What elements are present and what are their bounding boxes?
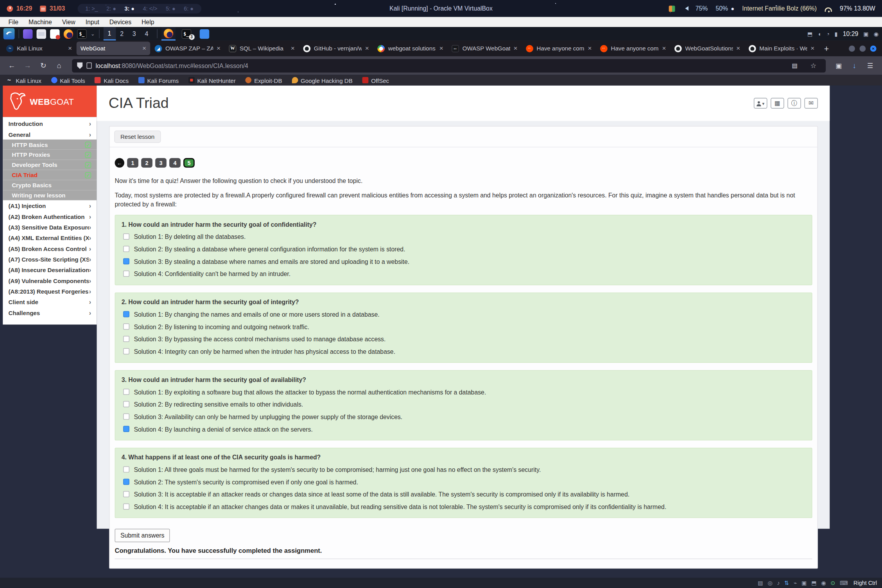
checkbox-unchecked[interactable] — [123, 234, 129, 240]
file-manager-icon[interactable] — [37, 29, 46, 38]
sidebar-item[interactable]: HTTP Proxies — [3, 150, 97, 160]
sidebar-item[interactable]: Crypto Basics — [3, 180, 97, 190]
sidebar-item[interactable]: (A1) Injection — [3, 200, 97, 211]
browser-tab[interactable]: Have anyone comple — [596, 41, 670, 55]
workspace-indicator[interactable]: 4: </> — [143, 5, 158, 12]
sidebar-item[interactable]: HTTP Basics — [3, 140, 97, 150]
sidebar-item[interactable]: (A2) Broken Authentication — [3, 211, 97, 222]
reader-view-icon[interactable] — [787, 59, 802, 72]
workspace-indicator[interactable]: 2: ● — [106, 5, 116, 12]
answer-option[interactable]: Solution 4: Confidentiality can't be har… — [123, 271, 805, 277]
answer-option[interactable]: Solution 1: By deleting all the database… — [123, 233, 805, 240]
browser-tab[interactable]: WebGoatSolutions/S — [670, 41, 744, 55]
mouse-icon[interactable]: ⊙ — [830, 580, 835, 586]
checkbox-checked[interactable] — [123, 311, 129, 317]
browser-tab[interactable]: webgoat solutions - — [373, 41, 447, 55]
tab-close-icon[interactable] — [514, 45, 518, 52]
sidebar-item[interactable]: Challenges — [3, 307, 97, 318]
page-button[interactable]: 3 — [155, 158, 167, 167]
vbox-menu-item[interactable]: File — [4, 18, 23, 25]
workspace-indicator[interactable]: 1: >_ — [85, 5, 98, 12]
reload-button[interactable] — [36, 59, 50, 72]
checkbox-unchecked[interactable] — [123, 491, 129, 498]
answer-option[interactable]: Solution 3: By bypassing the access cont… — [123, 336, 805, 342]
browser-tab[interactable]: Main Exploits · WebG — [745, 41, 818, 55]
browser-tab[interactable]: Kali Linux — [2, 41, 76, 55]
terminal-launcher-icon[interactable]: $_ — [77, 29, 86, 38]
extensions-icon[interactable] — [832, 59, 846, 72]
workspace-indicator[interactable]: 3: ● — [125, 5, 134, 12]
answer-option[interactable]: Solution 2: The system's security is com… — [123, 479, 805, 485]
tracking-protection-shield-icon[interactable] — [77, 62, 82, 69]
checkbox-unchecked[interactable] — [123, 414, 129, 420]
sidebar-item[interactable]: General — [3, 129, 97, 139]
sidebar-item[interactable]: (A8) Insecure Deserialization — [3, 264, 97, 275]
app-menu-icon[interactable] — [23, 29, 32, 38]
answer-option[interactable]: Solution 2: By stealing a database where… — [123, 246, 805, 252]
checkbox-unchecked[interactable] — [123, 348, 129, 355]
answer-option[interactable]: Solution 4: Integrity can only be harmed… — [123, 348, 805, 355]
answer-option[interactable]: Solution 3: By stealing a database where… — [123, 258, 805, 265]
site-info-icon[interactable] — [87, 63, 92, 69]
display-icon[interactable]: ⬒ — [807, 30, 813, 37]
kali-menu-icon[interactable] — [4, 28, 15, 39]
submit-answers-button[interactable]: Submit answers — [115, 529, 170, 542]
display-icon[interactable]: ⬒ — [811, 580, 817, 586]
running-firefox[interactable] — [161, 27, 175, 41]
minimize-button[interactable] — [849, 45, 855, 52]
reset-lesson-button[interactable]: Reset lesson — [114, 131, 161, 143]
wifi-icon[interactable] — [825, 7, 832, 12]
lock-icon[interactable]: ▣ — [863, 30, 869, 37]
recording-icon[interactable]: ◉ — [821, 580, 826, 586]
home-button[interactable] — [52, 59, 66, 72]
workspace-indicator[interactable]: 5: ● — [166, 5, 176, 12]
tab-close-icon[interactable] — [142, 45, 146, 52]
answer-option[interactable]: Solution 1: By changing the names and em… — [123, 311, 805, 317]
taskbar-workspace[interactable]: 2 — [116, 27, 128, 41]
browser-tab[interactable]: WebGoat — [77, 41, 150, 55]
page-button[interactable]: 4 — [169, 158, 181, 167]
checkbox-unchecked[interactable] — [123, 401, 129, 407]
taskbar-workspace[interactable]: 3 — [128, 27, 140, 41]
app-menu-hamburger-icon[interactable] — [863, 59, 877, 72]
bookmark-item[interactable]: Exploit-DB — [245, 77, 282, 83]
sidebar-item[interactable]: Writing new lesson — [3, 190, 97, 200]
answer-option[interactable]: Solution 2: By redirecting sensitive ema… — [123, 401, 805, 408]
sidebar-item[interactable]: Introduction — [3, 118, 97, 129]
page-button[interactable]: 2 — [141, 158, 152, 167]
tab-close-icon[interactable] — [68, 45, 72, 52]
volume-icon[interactable]: ◖ — [818, 30, 821, 37]
network-icon[interactable]: ⇅ — [784, 580, 789, 586]
tab-close-icon[interactable] — [439, 45, 443, 52]
checkbox-unchecked[interactable] — [123, 324, 129, 330]
checkbox-unchecked[interactable] — [123, 336, 129, 342]
new-tab-button[interactable] — [818, 44, 834, 53]
page-button[interactable]: 1 — [127, 158, 138, 167]
tab-close-icon[interactable] — [662, 45, 666, 52]
firefox-launcher-icon[interactable] — [64, 29, 73, 38]
tab-close-icon[interactable] — [217, 45, 220, 52]
keyboard-icon[interactable]: ⌨ — [840, 580, 848, 586]
answer-option[interactable]: Solution 4: It is acceptable if an attac… — [123, 503, 805, 510]
taskbar-workspace[interactable]: 4 — [140, 27, 153, 41]
checkbox-unchecked[interactable] — [123, 271, 129, 277]
sidebar-item[interactable]: (A9) Vulnerable Components — [3, 275, 97, 286]
answer-option[interactable]: Solution 3: Availability can only be har… — [123, 413, 805, 420]
answer-option[interactable]: Solution 2: By listening to incoming and… — [123, 323, 805, 330]
bookmark-star-icon[interactable] — [806, 59, 821, 72]
answer-option[interactable]: Solution 3: It is acceptable if an attac… — [123, 491, 805, 498]
browser-tab[interactable]: OWASP ZAP – ZAP i — [151, 41, 224, 55]
taskbar-workspace[interactable]: 1 — [103, 27, 116, 41]
downloads-icon[interactable] — [847, 59, 862, 72]
sidebar-item[interactable]: Client side — [3, 296, 97, 307]
browser-tab[interactable]: GitHub - vernjan/we — [299, 41, 373, 55]
lesson-lesson-overview-button[interactable] — [771, 98, 784, 108]
tab-close-icon[interactable] — [736, 45, 740, 52]
vbox-menu-item[interactable]: Machine — [23, 18, 57, 25]
browser-tab[interactable]: Have anyone comple — [522, 41, 595, 55]
bookmark-item[interactable]: OffSec — [362, 77, 389, 83]
bookmark-item[interactable]: Google Hacking DB — [292, 77, 353, 83]
answer-option[interactable]: Solution 4: By launching a denial of ser… — [123, 426, 805, 432]
sidebar-item[interactable]: Developer Tools — [3, 160, 97, 170]
sidebar-item[interactable]: (A7) Cross-Site Scripting (XSS) — [3, 254, 97, 264]
